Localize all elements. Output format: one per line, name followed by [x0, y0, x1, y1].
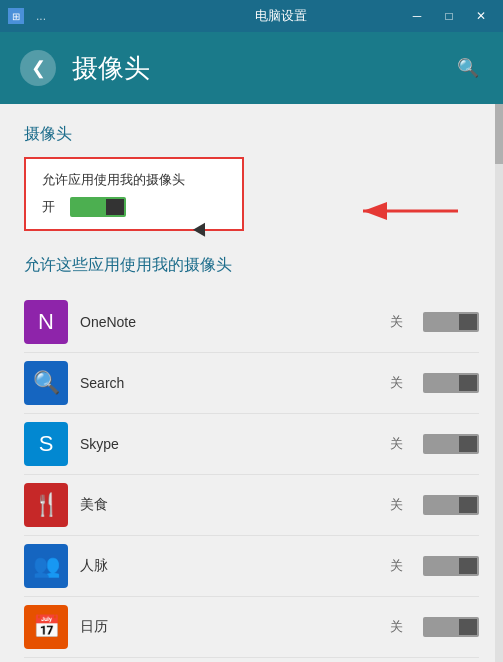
app-toggle-switch[interactable]	[423, 434, 479, 454]
app-name: 人脉	[80, 557, 378, 575]
app-name: Skype	[80, 436, 378, 452]
toggle-row: 开	[42, 197, 226, 217]
toggle-knob	[106, 199, 124, 215]
app-status: 关	[390, 374, 403, 392]
app-status: 关	[390, 435, 403, 453]
search-icon: 🔍	[457, 57, 479, 79]
back-button[interactable]: ❮	[20, 50, 56, 86]
toggle-knob	[459, 497, 477, 513]
search-button[interactable]: 🔍	[453, 53, 483, 83]
close-button[interactable]: ✕	[467, 6, 495, 26]
app-status: 关	[390, 496, 403, 514]
windows-icon: ⊞	[12, 11, 20, 22]
app-toggle-switch[interactable]	[423, 617, 479, 637]
toggle-knob	[459, 436, 477, 452]
toggle-knob	[459, 314, 477, 330]
app-list-item: N OneNote 关	[24, 292, 479, 353]
app-name: 美食	[80, 496, 378, 514]
app-toggle-switch[interactable]	[423, 495, 479, 515]
title-bar: ⊞ ... 电脑设置 ─ □ ✕	[0, 0, 503, 32]
page-title: 摄像头	[72, 51, 437, 86]
app-toggle-switch[interactable]	[423, 556, 479, 576]
app-list: N OneNote 关 🔍 Search 关 S Skype 关 🍴 美食 关 …	[24, 292, 479, 658]
window-controls: ─ □ ✕	[403, 6, 495, 26]
app-icon: S	[24, 422, 68, 466]
apps-section-title: 允许这些应用使用我的摄像头	[24, 255, 479, 276]
app-status: 关	[390, 557, 403, 575]
restore-button[interactable]: □	[435, 6, 463, 26]
toggle-state: 开	[42, 198, 58, 216]
app-icon: ⊞	[8, 8, 24, 24]
app-list-item: 🔍 Search 关	[24, 353, 479, 414]
app-toggle-switch[interactable]	[423, 312, 479, 332]
app-name: 日历	[80, 618, 378, 636]
app-name: Search	[80, 375, 378, 391]
arrow-annotation	[343, 186, 463, 240]
app-list-item: 📅 日历 关	[24, 597, 479, 658]
main-content: 摄像头 允许应用使用我的摄像头 开 允许这些应用使用我的摄像头 N OneNot…	[0, 104, 503, 662]
toggle-knob	[459, 375, 477, 391]
toggle-knob	[459, 558, 477, 574]
app-list-item: S Skype 关	[24, 414, 479, 475]
app-icon: 🍴	[24, 483, 68, 527]
camera-toggle-box: 允许应用使用我的摄像头 开	[24, 157, 244, 231]
camera-toggle-switch[interactable]	[70, 197, 126, 217]
app-icon: N	[24, 300, 68, 344]
toggle-knob	[459, 619, 477, 635]
app-icon: 👥	[24, 544, 68, 588]
camera-toggle-label: 允许应用使用我的摄像头	[42, 171, 226, 189]
window-title: 电脑设置	[158, 7, 403, 25]
app-status: 关	[390, 313, 403, 331]
app-list-item: 👥 人脉 关	[24, 536, 479, 597]
app-icon: 📅	[24, 605, 68, 649]
minimize-button[interactable]: ─	[403, 6, 431, 26]
app-icon: 🔍	[24, 361, 68, 405]
title-bar-dots: ...	[36, 9, 158, 23]
app-name: OneNote	[80, 314, 378, 330]
app-status: 关	[390, 618, 403, 636]
camera-section-title: 摄像头	[24, 124, 479, 145]
app-toggle-switch[interactable]	[423, 373, 479, 393]
app-list-item: 🍴 美食 关	[24, 475, 479, 536]
header-bar: ❮ 摄像头 🔍	[0, 32, 503, 104]
